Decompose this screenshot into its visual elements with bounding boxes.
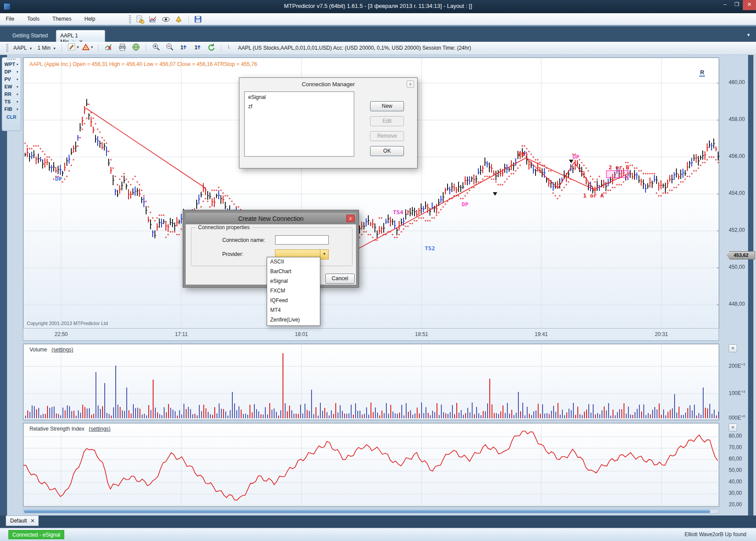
connection-list[interactable]: eSignal zf [244,91,354,157]
connection-item[interactable]: eSignal [248,94,354,103]
maximize-button[interactable]: ❐ [731,0,743,10]
price-tick: 448,00 [729,301,754,307]
sidebar-clear-button[interactable]: CLR [2,114,21,120]
link-group-label[interactable]: L [228,44,231,49]
layout-tab-close-icon[interactable]: ✕ [30,518,35,524]
volume-close-icon[interactable]: ✕ [729,344,737,352]
sidebar-item-rr[interactable]: RR▼ [2,91,21,99]
chart-annotation: TS2 [425,245,435,252]
alert-bell-icon[interactable] [174,15,183,24]
sidebar-item-wpt[interactable]: WPT▼ [2,61,21,69]
provider-option-iqfeed[interactable]: IQFeed [267,296,320,306]
menu-tools[interactable]: Tools [22,13,45,25]
wave-tool-dropdown[interactable]: ▼ [81,43,93,51]
remove-analysis-icon[interactable] [104,43,113,51]
volume-settings-link[interactable]: (settings) [51,347,73,353]
eye-icon[interactable] [161,15,170,24]
provider-dropdown-list: ASCII BarChart eSignal FXCM IQFeed MT4 Z… [267,257,320,326]
tab-aapl-1min[interactable]: AAPL 1 MinL✕ [56,30,105,43]
title-bar: MTPredictor v7.5 (64bit) 1.61.5 - [3 фев… [0,0,756,13]
rsi-tick: 80,00 [729,433,754,439]
chart-annotation: DP [462,201,469,208]
dialog-close-icon[interactable]: x [407,80,414,88]
rsi-close-icon[interactable]: ✕ [729,424,737,431]
time-tick: 18:51 [408,331,435,337]
save-icon[interactable] [194,15,202,24]
symbol-dropdown[interactable]: AAPL▼ [11,44,34,52]
sidebar-item-pv[interactable]: PV▼ [2,76,21,84]
connection-item[interactable]: zf [248,103,354,113]
provider-option-zenfire[interactable]: Zenfire(Live) [267,315,320,325]
group-label: Connection properties [196,224,252,230]
scrollbar-thumb[interactable] [24,510,710,513]
sidebar-item-ts[interactable]: TS▼ [2,99,21,106]
zoom-out-icon[interactable] [165,43,174,51]
close-button[interactable]: ✕ [743,0,756,10]
chart-style-dropdown[interactable]: ▼ [67,43,76,51]
provider-option-esignal[interactable]: eSignal [267,277,320,286]
provider-option-ascii[interactable]: ASCII [267,257,320,267]
dialog-title: Create New Connection [186,215,356,222]
bar-back-icon[interactable]: 1 [179,43,188,51]
time-tick: 20:31 [648,331,675,337]
svg-text:▼: ▼ [90,45,93,49]
status-bar: Connected - eSignal Elliott Wave2orB Up … [0,528,756,541]
print-icon[interactable] [118,43,127,51]
price-tick: 452,00 [729,227,754,233]
layout-tab-strip: Default✕ [0,515,756,528]
combo-dropdown-icon[interactable]: ▼ [320,250,328,259]
chart-copyright: Copyright 2001-2013 MTPredictor Ltd [27,321,108,326]
rsi-title: Relative Strength Index(settings) [29,426,110,432]
globe-icon[interactable] [132,43,140,51]
time-tick: 17:11 [168,331,195,337]
tabstrip-dropdown-icon[interactable]: ▼ [746,33,751,37]
new-button[interactable]: New [370,101,404,111]
rsi-panel[interactable]: Relative Strength Index(settings) [23,423,719,507]
tab-getting-started[interactable]: Getting Started [12,33,48,39]
chart-annotation: DP [55,175,62,182]
refresh-icon[interactable] [207,43,216,51]
chart-ohlc-header: AAPL (Apple Inc.) Open = 456,31 High = 4… [29,61,257,67]
rsi-settings-link[interactable]: (settings) [89,426,110,432]
menu-file[interactable]: File [0,13,20,25]
price-tick: 450,00 [729,264,754,270]
connection-manager-dialog: Connection Manager x eSignal zf New Edit… [239,77,418,168]
chart-icon[interactable] [148,15,157,24]
layout-tab-default[interactable]: Default✕ [6,515,39,526]
menu-help[interactable]: Help [79,13,101,25]
minimize-button[interactable]: – [719,0,731,10]
bar-forward-icon[interactable]: 1 [193,43,202,51]
time-tick: 19:41 [528,331,554,337]
provider-option-barchart[interactable]: BarChart [267,267,320,277]
provider-option-mt4[interactable]: MT4 [267,306,320,315]
last-price-badge: 453,62 [727,251,755,260]
chart-annotation: 2 or B [609,164,629,171]
zoom-in-icon[interactable] [152,43,161,51]
sidebar-item-dp[interactable]: DP▼ [2,69,21,76]
volume-tick: 200E+3 [729,362,754,369]
chart-annotation: TS4 [393,209,403,216]
window-title: MTPredictor v7.5 (64bit) 1.61.5 - [3 фев… [0,3,756,9]
sidebar-item-fib[interactable]: FIB▼ [2,106,21,113]
cancel-button[interactable]: Cancel [325,274,355,284]
document-tab-strip: Getting Started AAPL 1 MinL✕ ▼ [0,25,756,42]
symbol-info-text: AAPL (US Stocks,AAPL,0,01,0,01,USD) Acc:… [238,45,471,51]
chart-toolbar: AAPL▼ 1 Min▼ ▼ ▼ 1 1 L AAPL (US Stocks,A… [0,42,756,55]
ok-button[interactable]: OK [370,146,404,156]
sidebar-item-ew[interactable]: EW▼ [2,84,21,91]
price-tick: 454,00 [729,190,754,196]
horizontal-scrollbar[interactable] [23,509,719,514]
provider-option-fxcm[interactable]: FXCM [267,286,320,296]
svg-text:1: 1 [195,44,198,51]
menu-themes[interactable]: Themes [47,13,77,25]
edit-button[interactable]: Edit [370,116,404,126]
remove-button[interactable]: Remove [370,131,404,141]
volume-panel[interactable]: Volume(settings) [23,344,719,420]
new-order-icon[interactable] [136,15,144,24]
interval-dropdown[interactable]: 1 Min▼ [36,44,58,52]
dialog-close-icon[interactable]: x [346,215,355,222]
rsi-tick: 20,00 [729,501,754,508]
connection-name-input[interactable] [275,235,329,245]
chart-annotation: {B} [518,151,528,157]
reload-link[interactable]: R [699,69,705,77]
